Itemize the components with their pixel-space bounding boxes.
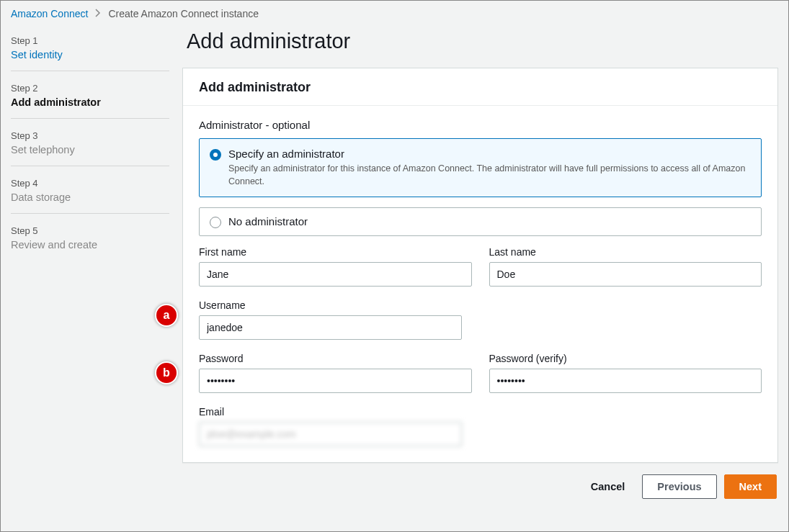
step-label: Step 5 bbox=[11, 225, 169, 236]
radio-dot-icon bbox=[210, 217, 221, 228]
radio-no-administrator[interactable]: No administrator bbox=[199, 207, 762, 236]
action-bar: Cancel Previous Next bbox=[182, 463, 778, 499]
email-input[interactable] bbox=[199, 422, 462, 446]
breadcrumb-root-link[interactable]: Amazon Connect bbox=[11, 8, 88, 19]
sidebar-step-4: Step 4 Data storage bbox=[11, 172, 169, 214]
step-label: Step 1 bbox=[11, 35, 169, 46]
step-name: Set telephony bbox=[11, 144, 169, 155]
sidebar-step-3: Step 3 Set telephony bbox=[11, 125, 169, 166]
email-label: Email bbox=[199, 406, 462, 418]
radio-description: Specify an administrator for this instan… bbox=[228, 163, 751, 188]
callout-b: b bbox=[155, 361, 178, 384]
sidebar-step-2[interactable]: Step 2 Add administrator bbox=[11, 77, 169, 119]
form-card: Add administrator Administrator - option… bbox=[182, 68, 778, 463]
section-title: Administrator - optional bbox=[199, 119, 762, 131]
radio-label: No administrator bbox=[228, 215, 308, 227]
breadcrumb-current: Create Amazon Connect instance bbox=[108, 8, 259, 19]
password-verify-input[interactable] bbox=[489, 369, 762, 393]
first-name-label: First name bbox=[199, 246, 472, 258]
radio-dot-icon bbox=[210, 149, 221, 161]
radio-label: Specify an administrator bbox=[228, 148, 751, 160]
step-label: Step 2 bbox=[11, 83, 169, 94]
sidebar-step-1[interactable]: Step 1 Set identity bbox=[11, 30, 169, 71]
password-verify-label: Password (verify) bbox=[489, 353, 762, 364]
breadcrumb: Amazon Connect Create Amazon Connect ins… bbox=[1, 1, 788, 25]
chevron-right-icon bbox=[95, 8, 101, 19]
last-name-label: Last name bbox=[489, 246, 762, 258]
wizard-sidebar: Step 1 Set identity Step 2 Add administr… bbox=[11, 25, 169, 499]
previous-button[interactable]: Previous bbox=[642, 474, 716, 499]
username-input[interactable] bbox=[199, 315, 462, 340]
last-name-input[interactable] bbox=[489, 262, 762, 287]
step-name: Review and create bbox=[11, 239, 169, 251]
step-name: Add administrator bbox=[11, 96, 169, 108]
step-name: Data storage bbox=[11, 191, 169, 203]
username-label: Username bbox=[199, 299, 462, 311]
next-button[interactable]: Next bbox=[724, 474, 777, 499]
password-label: Password bbox=[199, 353, 472, 364]
step-label: Step 4 bbox=[11, 178, 169, 189]
first-name-input[interactable] bbox=[199, 262, 472, 287]
step-label: Step 3 bbox=[11, 130, 169, 141]
callout-a: a bbox=[155, 304, 178, 327]
sidebar-step-5: Step 5 Review and create bbox=[11, 220, 169, 261]
password-input[interactable] bbox=[199, 369, 472, 393]
page-title: Add administrator bbox=[187, 30, 778, 53]
cancel-button[interactable]: Cancel bbox=[581, 475, 636, 498]
radio-specify-administrator[interactable]: Specify an administrator Specify an admi… bbox=[199, 138, 762, 197]
card-title: Add administrator bbox=[199, 80, 762, 95]
step-name[interactable]: Set identity bbox=[11, 49, 169, 60]
